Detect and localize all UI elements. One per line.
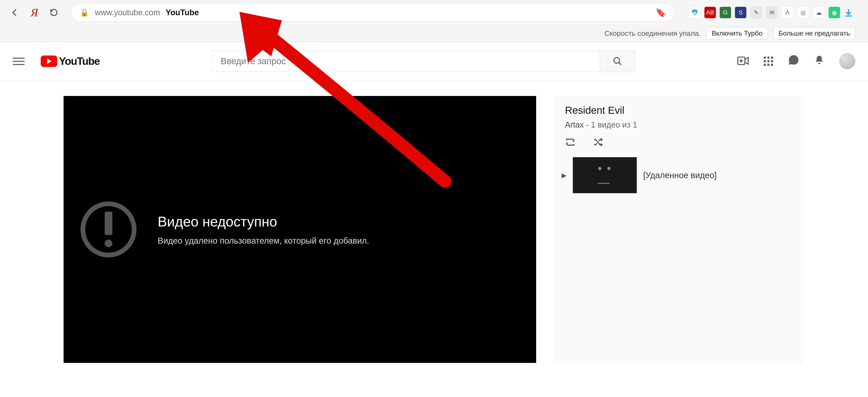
dolphin-ext-icon[interactable]: 🐬 — [689, 7, 701, 19]
back-button[interactable] — [6, 4, 23, 21]
playlist-count: - 1 видео из 1 — [584, 120, 637, 129]
kiwi-ext-icon[interactable]: ◉ — [829, 7, 840, 18]
metrika-ext-icon[interactable]: Λ — [781, 7, 794, 19]
extensions-tray: 🐬ABGS✎✉Λ◎☁◉ — [689, 7, 840, 19]
adblock-ext-icon[interactable]: AB — [704, 7, 716, 18]
player-error-subtitle: Видео удалено пользователем, который его… — [158, 236, 369, 245]
reload-button[interactable] — [45, 4, 62, 21]
messages-icon[interactable] — [788, 54, 799, 68]
apps-icon[interactable] — [764, 57, 773, 66]
turbo-notification-bar: Скорость соединения упала. Включить Турб… — [0, 25, 868, 42]
menu-button[interactable] — [13, 58, 25, 65]
search-button[interactable] — [600, 51, 635, 72]
youtube-logo-text: YouTube — [59, 55, 100, 67]
search-form — [212, 51, 635, 72]
playlist-item[interactable]: ▶ • •― [Удаленное видео] — [553, 156, 803, 194]
player-error-title: Видео недоступно — [158, 213, 369, 230]
playlist-panel: Resident Evil Artax - 1 видео из 1 ▶ • •… — [553, 96, 803, 363]
note-ext-icon[interactable]: ✎ — [750, 7, 762, 19]
alert-icon — [81, 201, 136, 257]
youtube-play-icon — [41, 56, 57, 67]
sad-face-icon: • •― — [598, 161, 612, 189]
browser-chrome: Я 🔒 www.youtube.com YouTube 🔖 🐬ABGS✎✉Λ◎☁… — [0, 0, 868, 42]
bookmark-icon[interactable]: 🔖 — [655, 8, 666, 18]
yandex-home-button[interactable]: Я — [26, 4, 43, 21]
page-title-text: YouTube — [165, 8, 199, 17]
playlist-author[interactable]: Artax — [565, 120, 584, 129]
browser-toolbar: Я 🔒 www.youtube.com YouTube 🔖 🐬ABGS✎✉Λ◎☁… — [0, 0, 868, 25]
google-meet-ext-icon[interactable]: G — [720, 7, 731, 18]
instagram-ext-icon[interactable]: ◎ — [797, 7, 809, 19]
loop-icon[interactable] — [565, 138, 576, 148]
enable-turbo-button[interactable]: Включить Турбо — [706, 27, 768, 40]
playlist-item-label: [Удаленное видео] — [643, 170, 717, 180]
shuffle-icon[interactable] — [592, 138, 603, 148]
masthead-actions — [737, 53, 855, 69]
cloud-ext-icon[interactable]: ☁ — [813, 7, 825, 19]
playlist-title: Resident Evil — [565, 104, 791, 116]
avatar[interactable] — [839, 53, 855, 69]
create-video-icon[interactable] — [737, 55, 749, 68]
playlist-byline: Artax - 1 видео из 1 — [565, 120, 791, 129]
address-bar[interactable]: 🔒 www.youtube.com YouTube 🔖 — [71, 3, 675, 22]
now-playing-indicator-icon: ▶ — [562, 172, 566, 179]
deleted-video-thumbnail: • •― — [573, 157, 637, 193]
lock-icon: 🔒 — [80, 8, 89, 17]
savefrom-ext-icon[interactable]: S — [735, 7, 746, 18]
svg-point-0 — [614, 58, 620, 63]
downloads-button[interactable] — [840, 4, 857, 21]
dismiss-turbo-button[interactable]: Больше не предлагать — [773, 27, 855, 40]
video-player-unavailable: Видео недоступно Видео удалено пользоват… — [64, 96, 536, 363]
notifications-icon[interactable] — [814, 54, 824, 68]
youtube-logo[interactable]: YouTube — [41, 55, 100, 67]
youtube-masthead: YouTube — [0, 42, 868, 81]
url-text: www.youtube.com — [95, 8, 160, 17]
turbo-message: Скорость соединения упала. — [604, 29, 701, 37]
mail-ext-icon[interactable]: ✉ — [766, 7, 778, 19]
page-content: Видео недоступно Видео удалено пользоват… — [0, 81, 868, 363]
search-input[interactable] — [212, 51, 600, 72]
